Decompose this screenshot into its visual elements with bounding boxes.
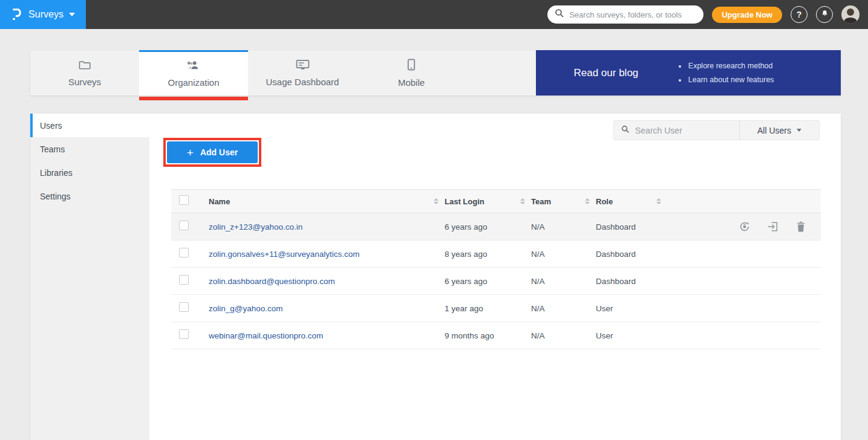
user-email-link[interactable]: zolin.gonsalves+11@surveyanalytics.com [209,250,359,259]
user-email-link[interactable]: zolin.dashboard@questionpro.com [209,277,335,286]
chevron-down-icon [69,13,75,16]
avatar-body [844,18,857,24]
search-icon [555,8,564,21]
sidebar-item-users[interactable]: Users [30,114,149,137]
row-checkbox[interactable] [179,221,189,230]
tab-usage-dashboard[interactable]: Usage Dashboard [248,50,357,95]
table-header-row: Name Last Login Team Role [171,189,821,213]
help-button[interactable]: ? [791,6,808,23]
users-table: Name Last Login Team Role zo [171,189,821,349]
user-row: zolin_z+123@yahoo.co.in 6 years ago N/A … [171,213,821,241]
role-cell: Dashboard [596,277,667,286]
top-bar: Surveys Upgrade Now ? [0,0,868,29]
last-login-cell: 6 years ago [445,277,531,286]
table-body: zolin_z+123@yahoo.co.in 6 years ago N/A … [171,213,821,349]
sidebar-item-settings[interactable]: Settings [30,184,149,208]
global-search-input[interactable] [569,10,696,19]
folder-icon [78,59,91,73]
row-checkbox[interactable] [179,302,189,312]
module-tabbar: Surveys Organization Usage Dashboard Mob… [30,50,841,95]
blog-bullet: Learn about new features [687,76,774,84]
tab-mobile[interactable]: Mobile [357,50,466,95]
user-email-link[interactable]: zolin_z+123@yahoo.co.in [209,222,302,231]
sort-icon[interactable] [434,198,439,204]
user-row: zolin_g@yahoo.com 1 year ago N/A User [171,295,821,322]
user-row: zolin.dashboard@questionpro.com 6 years … [171,268,821,295]
delete-icon[interactable] [795,221,806,233]
tab-organization[interactable]: Organization [139,50,248,95]
team-cell: N/A [531,331,596,340]
sort-icon[interactable] [656,198,661,204]
add-user-label: Add User [200,147,238,157]
column-header-role[interactable]: Role [596,197,613,206]
blog-bullet: Explore research method [687,62,774,70]
sidebar-item-teams[interactable]: Teams [30,137,149,161]
user-email-link[interactable]: zolin_g@yahoo.com [209,304,283,313]
team-cell: N/A [531,250,596,259]
search-icon [621,125,630,136]
last-login-cell: 1 year ago [445,304,531,313]
column-header-team[interactable]: Team [531,197,551,206]
tab-label: Mobile [398,77,425,88]
upgrade-button[interactable]: Upgrade Now [712,7,782,23]
user-row: zolin.gonsalves+11@surveyanalytics.com 8… [171,241,821,268]
tab-surveys[interactable]: Surveys [30,50,139,95]
sidebar-item-libraries[interactable]: Libraries [30,161,149,184]
user-filter-dropdown[interactable]: All Users [739,121,819,140]
user-row: webinar@mail.questionpro.com 9 months ag… [171,322,821,349]
notifications-button[interactable] [816,6,833,23]
org-sidebar: Users Teams Libraries Settings [30,114,149,440]
bell-icon [820,9,829,20]
login-as-user-icon[interactable] [767,221,779,233]
column-header-last-login[interactable]: Last Login [445,197,485,206]
organization-panel: Users Teams Libraries Settings All Users… [30,114,841,440]
user-filter-label: All Users [757,126,791,135]
annotation-highlight-box: + Add User [163,138,261,167]
user-search-group: All Users [613,120,820,140]
plus-icon: + [187,147,194,158]
avatar-head [847,8,854,16]
blog-bullet-list: Explore research method Learn about new … [676,62,774,84]
dashboard-icon [296,59,310,73]
last-login-cell: 8 years ago [445,250,531,259]
tab-label: Organization [168,77,219,88]
last-login-cell: 6 years ago [445,222,531,231]
reset-password-icon[interactable] [739,221,751,233]
sort-icon[interactable] [520,198,525,204]
row-checkbox[interactable] [179,248,189,257]
add-user-button[interactable]: + Add User [167,141,258,163]
chevron-down-icon [797,129,801,132]
user-email-link[interactable]: webinar@mail.questionpro.com [209,331,323,340]
sort-icon[interactable] [585,198,590,204]
tab-label: Surveys [68,77,101,87]
select-all-checkbox[interactable] [179,195,189,205]
topbar-right: Upgrade Now ? [547,5,868,24]
mobile-icon [407,59,416,73]
row-checkbox[interactable] [179,275,189,285]
role-cell: Dashboard [596,250,667,259]
person-add-icon [186,60,201,73]
question-mark-icon: ? [797,10,802,19]
app-logo[interactable]: Surveys [0,0,86,29]
column-header-name[interactable]: Name [209,197,230,206]
product-switcher-label: Surveys [28,9,64,20]
team-cell: N/A [531,304,596,313]
user-search [614,121,739,140]
role-cell: Dashboard [596,222,667,231]
team-cell: N/A [531,277,596,286]
questionpro-logo-icon [11,7,23,22]
tab-label: Usage Dashboard [266,77,339,87]
search-user-input[interactable] [635,126,732,135]
blog-promo-panel: Read our blog Explore research method Le… [536,50,841,95]
read-our-blog-link[interactable]: Read our blog [536,67,676,79]
users-pane: All Users + Add User Name Last Login [149,114,841,440]
role-cell: User [596,304,667,313]
row-checkbox[interactable] [179,329,189,339]
team-cell: N/A [531,222,596,231]
avatar[interactable] [841,5,860,24]
last-login-cell: 9 months ago [445,331,531,340]
global-search [547,5,703,24]
role-cell: User [596,331,667,340]
row-actions [667,221,821,233]
